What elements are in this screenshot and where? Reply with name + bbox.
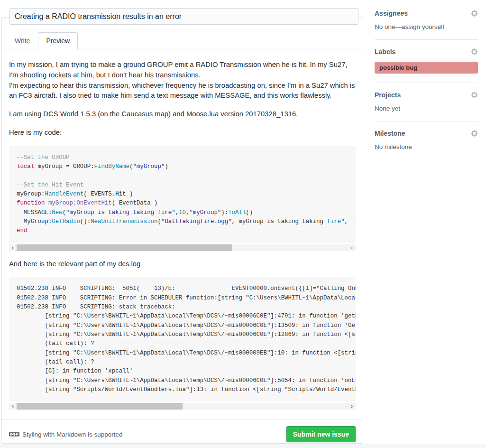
scroll-right-icon[interactable]: › — [348, 244, 356, 251]
body-paragraph-2: I am using DCS World 1.5.3 (on the Cauca… — [9, 109, 356, 120]
projects-gear-button[interactable] — [471, 91, 478, 99]
submit-new-issue-button[interactable]: Submit new issue — [286, 426, 356, 442]
milestone-section: Milestone No milestone — [375, 130, 478, 150]
labels-title: Labels — [375, 48, 395, 56]
gear-icon — [471, 131, 478, 139]
sidebar-divider — [375, 39, 478, 40]
body-paragraph-4: And here is the relevant part of my dcs.… — [9, 259, 356, 270]
scroll-right-icon[interactable]: › — [348, 403, 356, 410]
projects-section: Projects None yet — [375, 91, 478, 112]
dcs-log-block: 01502.238 INFO SCRIPTING: 5051( 13)/E: E… — [9, 277, 356, 401]
body-paragraph-3: Here is my code: — [9, 128, 356, 138]
lua-code-block: --Set the GROUPlocal myGroup = GROUP:Fin… — [9, 146, 356, 243]
preview-content: In my mission, I am trying to make a gro… — [2, 49, 363, 410]
scrollbar-track[interactable] — [17, 244, 348, 251]
assignees-gear-button[interactable] — [471, 9, 478, 17]
markdown-note-text: Styling with Markdown is supported — [22, 431, 123, 438]
issue-sidebar: Assignees No one—assign yourself Labels — [375, 0, 478, 150]
assignees-title: Assignees — [375, 9, 408, 17]
sidebar-divider — [375, 83, 478, 83]
issue-form-box: Write Preview In my mission, I am trying… — [1, 17, 363, 444]
write-preview-tabs: Write Preview — [2, 32, 363, 49]
scroll-left-icon[interactable]: ‹ — [9, 403, 17, 410]
sidebar-divider — [375, 121, 478, 121]
label-chip[interactable]: possible bug — [375, 62, 478, 74]
assignees-section: Assignees No one—assign yourself — [375, 9, 478, 30]
scrollbar-thumb[interactable] — [17, 244, 232, 251]
scrollbar-thumb[interactable] — [17, 403, 183, 410]
assignees-empty-text: No one— — [375, 23, 402, 30]
gear-icon — [471, 11, 478, 19]
scrollbar-track[interactable] — [17, 403, 348, 410]
page-bottom-strip — [0, 444, 486, 448]
issue-title-input[interactable] — [9, 8, 358, 25]
markdown-supported-link[interactable]: Styling with Markdown is supported — [9, 431, 123, 438]
milestone-title: Milestone — [375, 130, 405, 137]
code-horizontal-scrollbar[interactable]: ‹ › — [9, 244, 356, 251]
tab-write[interactable]: Write — [7, 32, 38, 49]
labels-gear-button[interactable] — [471, 48, 478, 56]
assign-yourself-link[interactable]: assign yourself — [402, 23, 444, 30]
markdown-icon — [9, 431, 19, 438]
gear-icon — [471, 50, 478, 57]
projects-title: Projects — [375, 91, 401, 99]
projects-empty-text: None yet — [375, 105, 478, 112]
log-horizontal-scrollbar[interactable]: ‹ › — [9, 403, 356, 410]
tab-preview[interactable]: Preview — [38, 32, 78, 49]
labels-section: Labels possible bug — [375, 48, 478, 74]
milestone-empty-text: No milestone — [375, 143, 478, 150]
milestone-gear-button[interactable] — [471, 130, 478, 137]
new-issue-page: Write Preview In my mission, I am trying… — [0, 0, 486, 448]
body-paragraph-1-line-1: In my mission, I am trying to make a gro… — [9, 61, 348, 79]
gear-icon — [471, 93, 478, 100]
body-paragraph-1-line-2: I'm expecting to hear this transmission,… — [9, 82, 355, 100]
body-paragraph-1: In my mission, I am trying to make a gro… — [9, 60, 356, 101]
scroll-left-icon[interactable]: ‹ — [9, 244, 17, 251]
